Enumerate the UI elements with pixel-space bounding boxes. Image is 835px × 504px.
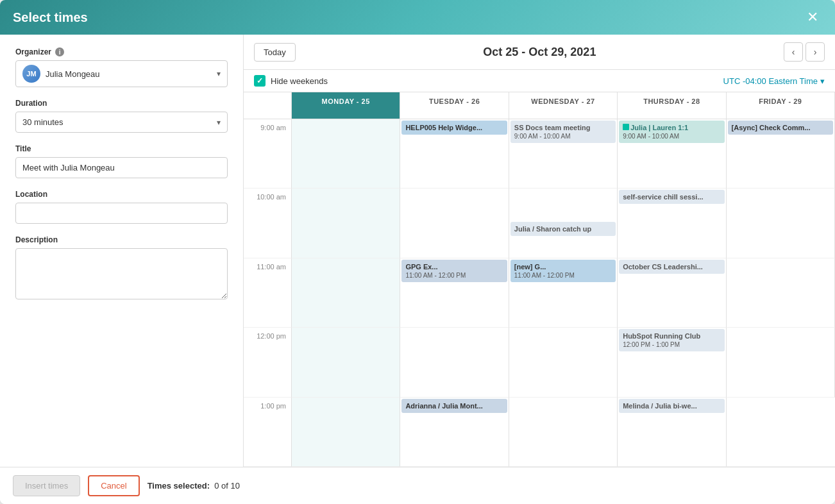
timezone-selector[interactable]: UTC -04:00 Eastern Time ▾ [723, 76, 825, 86]
cell-monday-10am[interactable] [292, 189, 400, 258]
modal-header: Select times ✕ [0, 0, 835, 35]
calendar-toolbar: Today Oct 25 - Oct 29, 2021 ‹ › [244, 35, 835, 70]
event-hubspot-running: HubSpot Running Club 12:00 PM - 1:00 PM [619, 329, 724, 351]
times-selected-value: 0 of 10 [214, 481, 240, 491]
organizer-select[interactable]: JM Julia Mongeau ▾ [15, 60, 228, 87]
duration-label: Duration [15, 99, 228, 108]
modal-title: Select times [13, 10, 88, 25]
timezone-chevron-icon: ▾ [820, 76, 825, 86]
col-header-wednesday: WEDNESDAY - 27 [509, 92, 618, 119]
timezone-label: UTC -04:00 Eastern Time [723, 76, 818, 86]
right-panel: Today Oct 25 - Oct 29, 2021 ‹ › ✓ Hide w… [244, 35, 835, 467]
description-label: Description [15, 235, 228, 244]
cell-tuesday-9am[interactable]: HELP005 Help Widge... [400, 119, 509, 189]
event-new-g: [new] G... 11:00 AM - 12:00 PM [510, 260, 616, 282]
duration-field: Duration 30 minutes ▾ [15, 99, 228, 133]
cell-friday-1pm[interactable] [727, 398, 835, 467]
left-panel: Organizer i JM Julia Mongeau ▾ Duration … [0, 35, 244, 467]
cell-wednesday-1pm[interactable] [509, 398, 618, 467]
hide-weekends-label: Hide weekends [271, 76, 328, 86]
event-julia-sharon: Julia / Sharon catch up [510, 222, 616, 236]
event-async-check: [Async] Check Comm... [728, 121, 833, 135]
cell-tuesday-10am[interactable] [400, 189, 509, 258]
times-selected: Times selected: 0 of 10 [148, 481, 240, 491]
avatar: JM [22, 65, 40, 83]
event-gpg: GPG Ex... 11:00 AM - 12:00 PM [401, 260, 507, 282]
prev-week-button[interactable]: ‹ [784, 42, 803, 62]
cell-monday-1pm[interactable] [292, 398, 400, 467]
cell-wednesday-9am[interactable]: SS Docs team meeting 9:00 AM - 10:00 AM [509, 119, 618, 189]
title-input[interactable] [15, 157, 228, 178]
organizer-label: Organizer i [15, 47, 228, 56]
col-header-monday: MONDAY - 25 [292, 92, 400, 119]
nav-buttons: ‹ › [784, 42, 825, 62]
cell-friday-11am[interactable] [727, 258, 835, 328]
cell-tuesday-11am[interactable]: GPG Ex... 11:00 AM - 12:00 PM [400, 258, 509, 328]
col-header-thursday: THURSDAY - 28 [618, 92, 726, 119]
hide-weekends-toggle[interactable]: ✓ Hide weekends [254, 75, 328, 87]
cell-thursday-9am[interactable]: Julia | Lauren 1:1 9:00 AM - 10:00 AM [618, 119, 726, 189]
close-button[interactable]: ✕ [803, 9, 822, 26]
next-week-button[interactable]: › [805, 42, 825, 62]
event-self-service: self-service chill sessi... [619, 190, 724, 204]
insert-times-button[interactable]: Insert times [13, 475, 80, 496]
description-field: Description [15, 235, 228, 301]
today-button[interactable]: Today [254, 43, 296, 62]
time-column-header [244, 92, 292, 119]
cell-tuesday-12pm[interactable] [400, 328, 509, 398]
time-label-11am: 11:00 am [244, 258, 292, 328]
event-ss-docs: SS Docs team meeting 9:00 AM - 10:00 AM [510, 121, 616, 143]
cell-thursday-10am[interactable]: self-service chill sessi... [618, 189, 726, 258]
event-october-cs: October CS Leadershi... [619, 260, 724, 274]
location-label: Location [15, 190, 228, 199]
event-help005: HELP005 Help Widge... [401, 121, 507, 135]
cell-wednesday-12pm[interactable] [509, 328, 618, 398]
cell-wednesday-11am[interactable]: [new] G... 11:00 AM - 12:00 PM [509, 258, 618, 328]
cell-monday-9am[interactable] [292, 119, 400, 189]
organizer-select-left: JM Julia Mongeau [22, 65, 100, 83]
info-icon: i [55, 47, 64, 56]
location-input[interactable] [15, 203, 228, 224]
calendar-grid: MONDAY - 25 TUESDAY - 26 WEDNESDAY - 27 … [244, 92, 835, 467]
cell-wednesday-10am[interactable]: Julia / Sharon catch up [509, 189, 618, 258]
time-label-12pm: 12:00 pm [244, 328, 292, 398]
title-field: Title [15, 144, 228, 178]
cell-monday-11am[interactable] [292, 258, 400, 328]
duration-chevron-icon: ▾ [217, 118, 221, 127]
time-label-1pm: 1:00 pm [244, 398, 292, 467]
title-label: Title [15, 144, 228, 153]
cancel-button[interactable]: Cancel [88, 475, 139, 496]
event-julia-lauren: Julia | Lauren 1:1 9:00 AM - 10:00 AM [619, 121, 724, 143]
duration-value: 30 minutes [22, 117, 63, 127]
green-dot-icon [623, 124, 629, 130]
week-title: Oct 25 - Oct 29, 2021 [303, 46, 776, 59]
cell-thursday-12pm[interactable]: HubSpot Running Club 12:00 PM - 1:00 PM [618, 328, 726, 398]
duration-select[interactable]: 30 minutes ▾ [15, 112, 228, 133]
time-label-9am: 9:00 am [244, 119, 292, 189]
calendar-options: ✓ Hide weekends UTC -04:00 Eastern Time … [244, 70, 835, 92]
times-selected-prefix: Times selected: [148, 481, 210, 491]
col-header-tuesday: TUESDAY - 26 [400, 92, 509, 119]
location-field: Location [15, 190, 228, 224]
col-header-friday: FRIDAY - 29 [727, 92, 835, 119]
checkbox-icon: ✓ [254, 75, 266, 87]
event-melinda: Melinda / Julia bi-we... [619, 399, 724, 413]
calendar-grid-wrapper: MONDAY - 25 TUESDAY - 26 WEDNESDAY - 27 … [244, 92, 835, 467]
description-input[interactable] [15, 248, 228, 299]
cell-friday-10am[interactable] [727, 189, 835, 258]
modal-footer: Insert times Cancel Times selected: 0 of… [0, 467, 835, 504]
chevron-down-icon: ▾ [217, 69, 221, 78]
organizer-field: Organizer i JM Julia Mongeau ▾ [15, 47, 228, 87]
cell-friday-12pm[interactable] [727, 328, 835, 398]
organizer-name: Julia Mongeau [46, 69, 100, 79]
cell-tuesday-1pm[interactable]: Adrianna / Julia Mont... [400, 398, 509, 467]
cell-monday-12pm[interactable] [292, 328, 400, 398]
cell-thursday-1pm[interactable]: Melinda / Julia bi-we... [618, 398, 726, 467]
cell-thursday-11am[interactable]: October CS Leadershi... [618, 258, 726, 328]
cell-friday-9am[interactable]: [Async] Check Comm... [727, 119, 835, 189]
event-adrianna: Adrianna / Julia Mont... [401, 399, 507, 413]
time-label-10am: 10:00 am [244, 189, 292, 258]
